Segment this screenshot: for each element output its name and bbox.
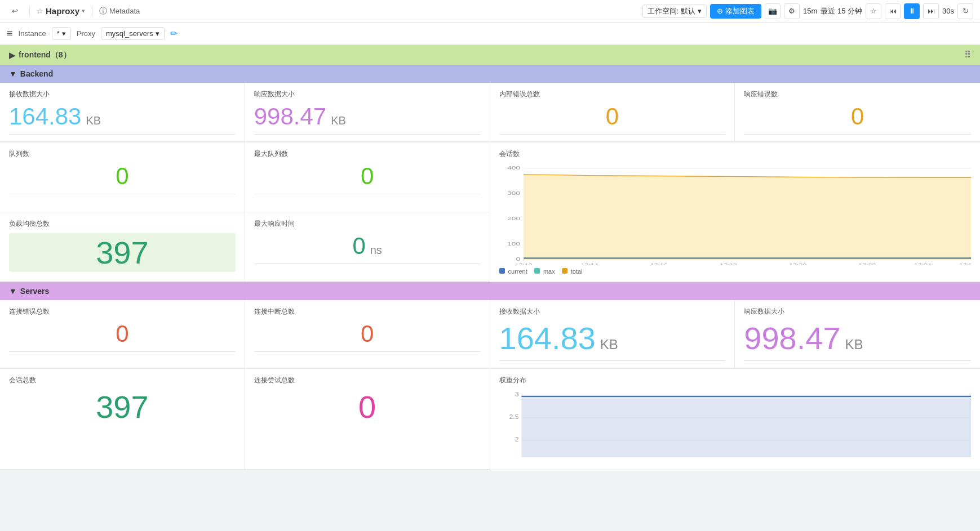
backend-section-header[interactable]: ▼ Backend	[0, 65, 980, 83]
camera-button[interactable]: 📷	[765, 3, 781, 19]
add-chart-label: 添加图表	[725, 6, 755, 16]
resp-errors-label: 响应错误数	[744, 90, 971, 99]
servers-recv-data-value-display: 164.83 KB	[499, 321, 726, 356]
servers-section-header[interactable]: ▼ Servers	[0, 282, 980, 300]
conn-errors-number: 0	[116, 321, 128, 347]
resp-data-value: 998.47 KB	[254, 104, 481, 130]
backend-mid-col: 最大队列数 0 最大响应时间 0 ns	[245, 142, 490, 282]
svg-text:300: 300	[507, 190, 520, 197]
svg-text:17:18: 17:18	[720, 262, 737, 265]
instance-selector[interactable]: * ▾	[52, 27, 71, 40]
backend-row2: 队列数 0 负载均衡总数 397 最大队列数 0	[0, 142, 980, 282]
internal-errors-label: 内部错误总数	[499, 90, 726, 99]
weight-chart-card: 权重分布 3 2.5 2	[490, 369, 981, 470]
sessions-chart-title: 会话数	[499, 149, 972, 159]
queue-value-display: 0	[9, 163, 236, 189]
servers-resp-data-unit: KB	[845, 337, 863, 352]
legend-max: max	[534, 268, 555, 275]
edit-icon[interactable]: ✏	[170, 28, 178, 39]
sessions-chart-card: 会话数 400 300 200 100 0	[490, 142, 981, 282]
queue-card: 队列数 0	[0, 142, 245, 212]
logo-dropdown-icon: ▾	[82, 7, 85, 15]
max-resp-time-number: 0	[352, 233, 365, 259]
internal-errors-number: 0	[606, 104, 619, 130]
recv-data-number: 164.83	[9, 104, 81, 130]
legend-current-dot	[499, 268, 505, 274]
resp-data-unit: KB	[331, 114, 346, 127]
workspace-dropdown-icon: ▾	[698, 7, 702, 15]
metadata-label: Metadata	[109, 7, 140, 15]
svg-text:17:22: 17:22	[858, 262, 876, 265]
recv-data-value: 164.83 KB	[9, 104, 236, 130]
weight-chart-area: 3 2.5 2	[499, 390, 972, 463]
sessions-chart-svg: 400 300 200 100 0	[499, 163, 972, 265]
conn-errors-value-display: 0	[9, 321, 236, 347]
session-total-card: 会话总数 397	[0, 369, 245, 470]
queue-label: 队列数	[9, 149, 236, 159]
frontend-dots-icon[interactable]: ⠿	[964, 50, 971, 60]
svg-text:2: 2	[515, 436, 518, 443]
proxy-selector[interactable]: mysql_servers ▾	[101, 27, 165, 40]
lb-total-value-display: 397	[9, 233, 236, 273]
step-forward-button[interactable]: ⏭	[923, 3, 939, 19]
recv-data-card: 接收数据大小 164.83 KB	[0, 83, 245, 142]
svg-marker-10	[524, 175, 971, 260]
metadata-link[interactable]: ⓘ Metadata	[99, 6, 140, 16]
conn-attempts-value-display: 0	[254, 390, 481, 425]
svg-text:17:20: 17:20	[789, 262, 806, 265]
svg-text:2.5: 2.5	[509, 414, 518, 420]
conn-attempts-number: 0	[358, 390, 376, 425]
servers-recv-data-card: 接收数据大小 164.83 KB	[490, 300, 735, 368]
bookmark-button[interactable]: ☆	[866, 3, 881, 19]
menu-icon[interactable]: ≡	[7, 28, 13, 39]
step-back-button[interactable]: ⏮	[885, 3, 901, 19]
backend-toggle: ▼ Backend	[9, 69, 53, 78]
weight-chart-title: 权重分布	[499, 376, 972, 385]
time-range-label: 最近 15 分钟	[821, 6, 862, 16]
legend-max-dot	[534, 268, 540, 274]
back-button[interactable]: ↩	[7, 3, 23, 19]
svg-text:100: 100	[507, 240, 520, 247]
servers-toggle: ▼ Servers	[9, 287, 49, 296]
frontend-chevron-icon: ▶	[9, 51, 15, 60]
legend-total-label: total	[571, 268, 583, 275]
add-chart-button[interactable]: ⊕ 添加图表	[710, 4, 761, 19]
lb-total-number: 397	[96, 235, 148, 270]
info-icon: ⓘ	[99, 6, 107, 16]
plus-icon: ⊕	[717, 7, 723, 15]
frontend-section-header[interactable]: ▶ frontend（8） ⠿	[0, 45, 980, 65]
workspace-selector[interactable]: 工作空间: 默认 ▾	[642, 5, 707, 18]
nav-left: ↩ ☆ Haproxy ▾ ⓘ Metadata	[7, 3, 638, 19]
svg-text:400: 400	[507, 164, 520, 171]
frontend-title: frontend（8）	[19, 50, 71, 60]
conn-interrupts-value-display: 0	[254, 321, 481, 347]
internal-errors-value-display: 0	[499, 104, 726, 130]
backend-left-col: 队列数 0 负载均衡总数 397	[0, 142, 245, 282]
nav-divider-2	[92, 6, 92, 17]
conn-interrupts-label: 连接中断总数	[254, 307, 481, 316]
settings-button[interactable]: ⚙	[784, 3, 800, 19]
refresh-button[interactable]: ↻	[957, 3, 973, 19]
max-resp-time-card: 最大响应时间 0 ns	[245, 212, 490, 282]
resp-data-label: 响应数据大小	[254, 90, 481, 99]
internal-errors-card: 内部错误总数 0	[490, 83, 735, 142]
recv-data-label: 接收数据大小	[9, 90, 236, 99]
session-total-number: 397	[96, 390, 148, 425]
backend-row1: 接收数据大小 164.83 KB 响应数据大小 998.47 KB 内部错误总数…	[0, 83, 980, 142]
resp-data-card: 响应数据大小 998.47 KB	[245, 83, 490, 142]
servers-recv-data-number: 164.83	[499, 321, 596, 356]
svg-text:17:26: 17:26	[959, 262, 971, 265]
max-resp-time-display: 0 ns	[254, 233, 481, 259]
resp-errors-value-display: 0	[744, 104, 971, 130]
servers-recv-data-unit: KB	[600, 337, 618, 352]
max-queue-card: 最大队列数 0	[245, 142, 490, 212]
pause-button[interactable]: ⏸	[904, 3, 920, 19]
svg-text:3: 3	[515, 391, 518, 398]
logo-area[interactable]: ☆ Haproxy ▾	[37, 6, 85, 16]
svg-text:17:12: 17:12	[515, 262, 532, 265]
lb-total-card: 负载均衡总数 397	[0, 212, 245, 282]
max-resp-time-label: 最大响应时间	[254, 219, 481, 229]
conn-attempts-label: 连接尝试总数	[254, 376, 481, 385]
sessions-chart-area: 400 300 200 100 0	[499, 163, 972, 265]
backend-chevron-icon: ▼	[9, 69, 17, 78]
